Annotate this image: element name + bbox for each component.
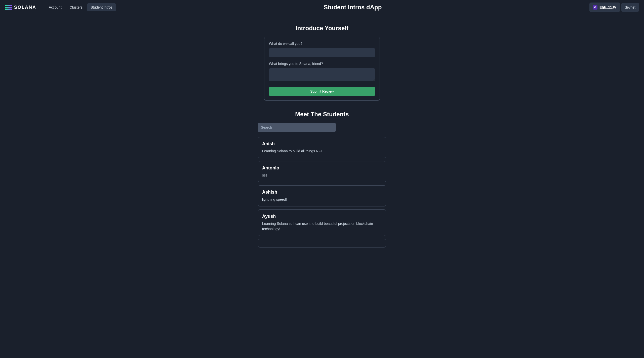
intro-form: What do we call you? What brings you to … [264,37,380,101]
form-heading: Introduce Yourself [211,25,433,32]
app-header: SOLANA Account Clusters Student Intros S… [0,0,644,15]
students-list: Anish Learning Solana to build all thing… [258,137,386,247]
search-input[interactable] [258,123,336,132]
student-name: Ayush [262,214,382,219]
solana-logo-icon [5,5,12,10]
wallet-address: Etjb..11JV [599,5,616,9]
name-input[interactable] [269,48,375,57]
student-name: Antonio [262,165,382,171]
student-card: Ayush Learning Solana so I can use it to… [258,209,386,236]
student-message: sss [262,173,382,178]
student-message: lightning speed! [262,197,382,202]
solana-logo[interactable]: SOLANA [5,5,36,10]
student-card: Antonio sss [258,161,386,182]
student-name: Anish [262,141,382,147]
student-card: Anish Learning Solana to build all thing… [258,137,386,158]
app-title: Student Intros dApp [120,4,585,11]
nav-clusters[interactable]: Clusters [66,3,86,11]
student-card: Ashish lightning speed! [258,185,386,206]
search-container [258,123,336,132]
students-section: Anish Learning Solana to build all thing… [258,123,386,247]
solana-logo-text: SOLANA [14,5,36,10]
network-selector[interactable]: devnet [621,3,639,12]
student-name: Ashish [262,190,382,195]
wallet-button[interactable]: Etjb..11JV [589,3,620,12]
header-right: Etjb..11JV devnet [589,3,639,12]
phantom-wallet-icon [593,5,597,10]
student-card [258,239,386,247]
name-label: What do we call you? [269,42,375,46]
student-message: Learning Solana so I can use it to build… [262,221,382,232]
nav-student-intros[interactable]: Student Intros [87,3,116,11]
submit-button[interactable]: Submit Review [269,87,375,96]
nav-account[interactable]: Account [45,3,65,11]
students-heading: Meet The Students [211,111,433,118]
message-label: What brings you to Solana, friend? [269,62,375,66]
main-content: Introduce Yourself What do we call you? … [206,15,438,253]
main-nav: Account Clusters Student Intros [45,3,116,11]
message-textarea[interactable] [269,68,375,81]
student-message: Learning Solana to build all things NFT [262,149,382,154]
